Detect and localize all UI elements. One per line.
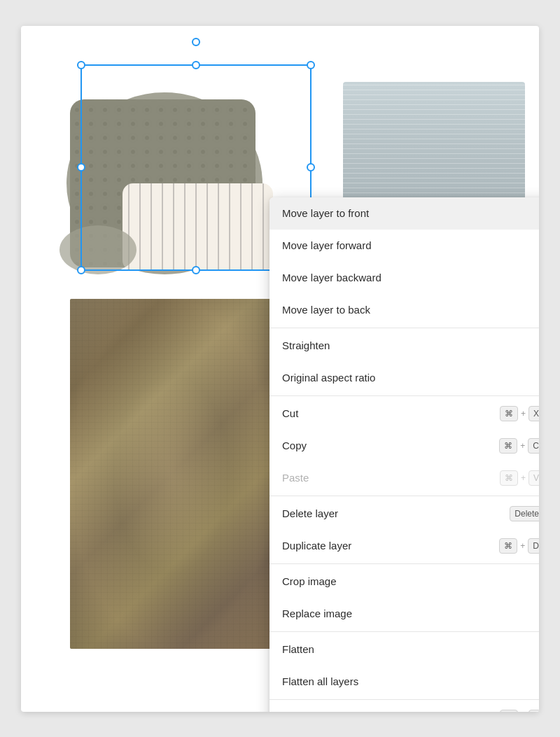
handle-mid-right[interactable] [307, 163, 315, 171]
key-cmd-cut: ⌘ [500, 406, 518, 421]
rug-image [70, 299, 273, 649]
svg-rect-5 [122, 183, 273, 271]
menu-item-duplicate-layer[interactable]: Duplicate layer ⌘ + D [270, 530, 539, 562]
menu-label-move-backward: Move layer backward [282, 272, 539, 283]
menu-label-cut: Cut [282, 407, 500, 419]
key-x: X [528, 406, 539, 421]
divider-1 [270, 328, 539, 328]
menu-label-move-to-back: Move layer to back [282, 304, 539, 316]
menu-label-duplicate-layer: Duplicate layer [282, 540, 499, 552]
key-d: D [528, 538, 539, 554]
menu-label-move-forward: Move layer forward [282, 239, 539, 251]
divider-3 [270, 496, 539, 496]
menu-label-straighten: Straighten [282, 339, 539, 351]
key-slash: / [528, 710, 539, 712]
menu-label-copy: Copy [282, 440, 499, 451]
menu-item-crop-image[interactable]: Crop image [270, 566, 539, 598]
menu-label-flatten: Flatten [282, 643, 539, 655]
menu-label-paste: Paste [282, 472, 500, 484]
divider-5 [270, 631, 539, 632]
context-menu: Move layer to front Move layer forward M… [270, 197, 539, 712]
divider-2 [270, 395, 539, 396]
menu-item-move-backward[interactable]: Move layer backward [270, 262, 539, 294]
key-cmd-kb: ⌘ [500, 710, 518, 712]
menu-item-paste[interactable]: Paste ⌘ + V [270, 462, 539, 494]
menu-item-move-to-back[interactable]: Move layer to back [270, 294, 539, 326]
handle-above-top[interactable] [192, 38, 200, 46]
menu-label-delete-layer: Delete layer [282, 507, 510, 519]
shortcut-copy: ⌘ + C [499, 438, 539, 454]
shortcut-duplicate: ⌘ + D [499, 538, 539, 554]
menu-item-replace-image[interactable]: Replace image [270, 598, 539, 630]
shortcut-keyboard: ⌘ + / [500, 710, 539, 712]
key-v: V [528, 470, 539, 486]
menu-label-original-aspect: Original aspect ratio [282, 372, 539, 384]
key-c: C [528, 438, 539, 454]
svg-point-7 [59, 225, 136, 274]
menu-item-move-to-front[interactable]: Move layer to front [270, 197, 539, 230]
menu-item-flatten-all[interactable]: Flatten all layers [270, 666, 539, 698]
menu-item-keyboard-shortcuts[interactable]: View keyboard shortcuts ⌘ + / [270, 701, 539, 712]
canvas: Move layer to front Move layer forward M… [21, 26, 539, 712]
menu-item-move-forward[interactable]: Move layer forward [270, 230, 539, 262]
key-cmd-paste: ⌘ [500, 470, 518, 486]
menu-label-crop-image: Crop image [282, 575, 539, 587]
pillow-image [56, 61, 287, 278]
menu-item-original-aspect[interactable]: Original aspect ratio [270, 362, 539, 394]
menu-label-flatten-all: Flatten all layers [282, 675, 539, 687]
shortcut-delete: Delete [510, 506, 539, 521]
key-cmd-copy: ⌘ [499, 438, 517, 454]
key-delete: Delete [510, 506, 539, 521]
menu-item-delete-layer[interactable]: Delete layer Delete [270, 498, 539, 530]
shortcut-paste: ⌘ + V [500, 470, 539, 486]
shortcut-cut: ⌘ + X [500, 406, 539, 421]
menu-label-move-to-front: Move layer to front [282, 207, 539, 219]
divider-4 [270, 563, 539, 564]
divider-6 [270, 699, 539, 700]
menu-item-flatten[interactable]: Flatten [270, 633, 539, 666]
menu-label-replace-image: Replace image [282, 608, 539, 619]
menu-item-straighten[interactable]: Straighten [270, 330, 539, 362]
key-cmd-dup: ⌘ [499, 538, 517, 554]
menu-item-copy[interactable]: Copy ⌘ + C [270, 430, 539, 462]
menu-label-keyboard-shortcuts: View keyboard shortcuts [282, 711, 500, 712]
menu-item-cut[interactable]: Cut ⌘ + X [270, 398, 539, 430]
handle-top-right[interactable] [307, 61, 315, 69]
